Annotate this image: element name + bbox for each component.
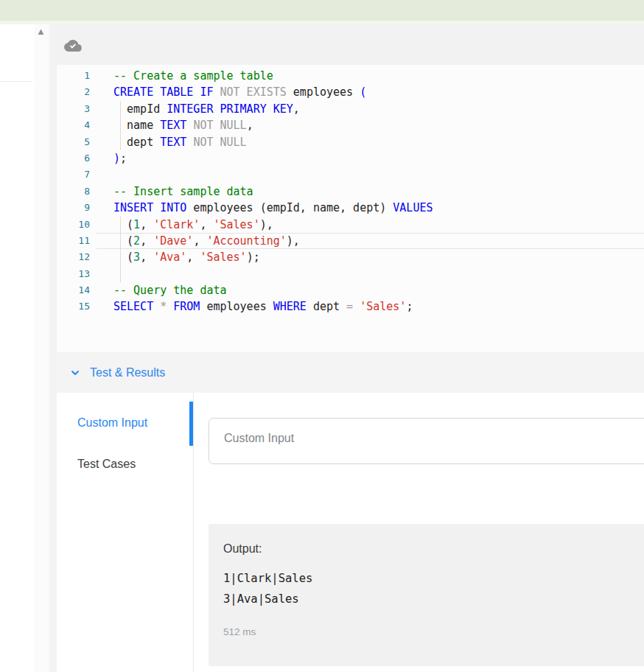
code-line[interactable]: 2CREATE TABLE IF NOT EXISTS employees (: [57, 84, 644, 100]
code-line[interactable]: 15SELECT * FROM employees WHERE dept = '…: [57, 298, 644, 315]
tab-custom-input[interactable]: Custom Input: [77, 416, 147, 430]
output-runtime: 512 ms: [223, 626, 641, 637]
code-line[interactable]: 8-- Insert sample data: [57, 183, 644, 200]
code-line[interactable]: 3 empId INTEGER PRIMARY KEY,: [57, 101, 644, 117]
line-number: 2: [57, 84, 90, 100]
line-content: (1, 'Clark', 'Sales'),: [90, 217, 273, 233]
indent-guide-line: [120, 217, 121, 283]
line-content: (3, 'Ava', 'Sales');: [90, 249, 260, 265]
rail-divider: [0, 81, 32, 82]
line-number: 14: [57, 282, 90, 298]
code-line[interactable]: 1-- Create a sample table: [57, 68, 644, 84]
code-line[interactable]: 11 (2, 'Dave', 'Accounting'),: [57, 233, 644, 249]
line-number: 5: [57, 134, 90, 150]
panel-gutter-strip: [34, 24, 49, 672]
line-number: 1: [57, 68, 90, 84]
code-line[interactable]: 13: [57, 266, 644, 282]
code-line[interactable]: 14-- Query the data: [57, 282, 644, 298]
line-content: empId INTEGER PRIMARY KEY,: [90, 101, 300, 117]
chevron-down-icon[interactable]: [70, 368, 80, 378]
line-content: -- Create a sample table: [90, 68, 273, 84]
custom-input-textarea[interactable]: [209, 418, 644, 464]
line-number: 13: [57, 266, 90, 282]
code-line[interactable]: 7: [57, 167, 644, 183]
triangle-up-icon[interactable]: ▲: [36, 27, 46, 37]
output-panel: Output: 1|Clark|Sales3|Ava|Sales 512 ms: [209, 524, 644, 666]
editor-toolbar: [57, 24, 644, 65]
line-content: name TEXT NOT NULL,: [90, 117, 253, 133]
code-line[interactable]: 12 (3, 'Ava', 'Sales');: [57, 249, 644, 265]
line-number: 3: [57, 101, 90, 117]
output-line: 3|Ava|Sales: [223, 589, 641, 609]
code-line[interactable]: 6);: [57, 150, 644, 167]
line-number: 10: [57, 217, 90, 233]
line-number: 6: [57, 150, 90, 167]
line-number: 9: [57, 200, 90, 216]
code-line[interactable]: 10 (1, 'Clark', 'Sales'),: [57, 217, 644, 233]
line-content: [90, 266, 113, 282]
code-lines: 1-- Create a sample table2CREATE TABLE I…: [57, 68, 644, 315]
code-line[interactable]: 4 name TEXT NOT NULL,: [57, 117, 644, 133]
active-tab-indicator: [189, 402, 193, 446]
line-number: 8: [57, 183, 90, 200]
question-panel-rail: [0, 24, 34, 672]
test-results-header[interactable]: Test & Results: [57, 352, 644, 393]
line-content: [90, 167, 113, 183]
line-content: -- Query the data: [90, 282, 227, 298]
tab-list-divider: [193, 393, 194, 672]
code-editor-panel: 1-- Create a sample table2CREATE TABLE I…: [57, 24, 644, 352]
test-results-label: Test & Results: [90, 366, 165, 379]
line-number: 4: [57, 117, 90, 133]
line-number: 7: [57, 167, 90, 183]
line-content: SELECT * FROM employees WHERE dept = 'Sa…: [90, 298, 413, 315]
autosave-cloud-check-icon: [64, 38, 82, 53]
line-content: );: [90, 150, 127, 167]
output-title: Output:: [223, 542, 641, 556]
code-editor[interactable]: 1-- Create a sample table2CREATE TABLE I…: [57, 65, 644, 352]
code-line[interactable]: 9INSERT INTO employees (empId, name, dep…: [57, 200, 644, 216]
line-content: (2, 'Dave', 'Accounting'),: [90, 233, 300, 249]
line-number: 11: [57, 233, 90, 249]
top-bar: [0, 0, 644, 21]
line-content: INSERT INTO employees (empId, name, dept…: [90, 200, 433, 216]
line-content: dept TEXT NOT NULL: [90, 134, 247, 150]
test-results-panel: Custom Input Test Cases Output: 1|Clark|…: [57, 393, 644, 672]
output-line: 1|Clark|Sales: [223, 568, 641, 589]
line-content: CREATE TABLE IF NOT EXISTS employees (: [90, 84, 366, 100]
line-content: -- Insert sample data: [90, 183, 253, 200]
code-line[interactable]: 5 dept TEXT NOT NULL: [57, 134, 644, 150]
tab-test-cases[interactable]: Test Cases: [77, 458, 136, 471]
line-number: 12: [57, 249, 90, 265]
indent-guide-line: [120, 101, 121, 150]
output-lines: 1|Clark|Sales3|Ava|Sales: [223, 568, 641, 609]
line-number: 15: [57, 298, 90, 315]
panel-resize-strip[interactable]: [49, 24, 57, 672]
